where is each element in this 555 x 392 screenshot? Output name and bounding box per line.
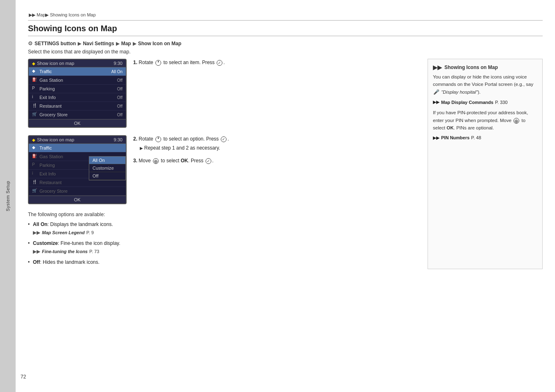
step-2-bullet: Repeat step 1 and 2 as necessary.: [140, 144, 419, 152]
press-icon-1: [217, 60, 222, 66]
nav-path: ⚙ SETTINGS button ▶ Navi Settings ▶ Map …: [28, 40, 543, 46]
exit-value: Off: [117, 95, 123, 100]
screen2-body: ◆ Traffic ⛽ Gas Station P Parking: [29, 144, 126, 196]
speak-icon: 🎤: [433, 88, 439, 96]
options-title: The following options are available:: [28, 212, 419, 217]
sidebar-label: System Setup: [5, 181, 10, 211]
screen-mockup-2: ◆ Show icon on map 9:30 ◆ Traffic ⛽ Gas …: [28, 135, 127, 204]
screen1-row-0: ◆ Traffic All On: [29, 67, 126, 76]
screen1-row-5: 🛒 Grocery Store Off: [29, 111, 126, 119]
nav-navi-settings: Navi Settings: [83, 41, 114, 46]
grocery-value: Off: [117, 113, 123, 117]
traffic-icon: ◆: [32, 69, 38, 74]
popup-customize: Customize: [89, 164, 125, 172]
page-title: Showing Icons on Map: [28, 24, 543, 36]
screen1-ok: OK: [29, 119, 126, 127]
note-header: ▶▶ Showing Icons on Map: [433, 64, 537, 71]
breadcrumb-text: ▶▶ Map▶ Showing Icons on Map: [29, 12, 96, 17]
s2-gas-icon: ⛽: [32, 154, 38, 159]
s2-grocery-label: Grocery Store: [39, 189, 123, 194]
step-3: 3. Move to select OK. Press .: [133, 157, 419, 165]
screen2-time: 9:30: [114, 137, 123, 142]
settings-icon: ⚙: [28, 40, 33, 46]
screen-row-2: ◆ Show icon on map 9:30 ◆ Traffic ⛽ Gas …: [28, 135, 419, 204]
step-1-number: 1.: [133, 60, 137, 65]
s2-traffic-icon: ◆: [32, 145, 38, 151]
restaurant-value: Off: [117, 104, 123, 108]
s2-parking-icon: P: [32, 162, 38, 168]
steps-1: 1. Rotate to select an item. Press .: [133, 59, 419, 71]
note-box: ▶▶ Showing Icons on Map You can display …: [433, 64, 537, 141]
screen1-row-3: i Exit Info Off: [29, 93, 126, 102]
star-icon: ◆: [32, 61, 35, 66]
screen1-time: 9:30: [114, 61, 123, 66]
popup-all-on: All On: [89, 157, 125, 164]
cross-ref-all-on: ▶▶ Map Screen Legend P. 9: [33, 229, 419, 236]
nav-map: Map: [121, 41, 131, 46]
page-number: 72: [21, 374, 26, 380]
s2-restaurant-icon: 🍴: [32, 180, 38, 185]
screen-header-2: ◆ Show icon on map 9:30: [29, 136, 126, 144]
screen1-row-4: 🍴 Restaurant Off: [29, 102, 126, 111]
note-text-1: You can display or hide the icons using …: [433, 73, 537, 96]
exit-label: Exit Info: [39, 95, 117, 100]
content-layout: ◆ Show icon on map 9:30 ◆ Traffic All On…: [28, 59, 543, 269]
ref1-text: Map Display Commands: [441, 100, 493, 105]
options-section: The following options are available: All…: [28, 212, 419, 266]
screen1-title: Show icon on map: [37, 61, 74, 66]
press-icon-2: [221, 136, 227, 142]
s2-traffic-label: Traffic: [39, 145, 123, 150]
note-ref-2: ▶▶ PIN Numbers P. 48: [433, 135, 537, 141]
note-text-2: If you have PIN-protected your address b…: [433, 109, 537, 131]
s2-exit-icon: i: [32, 171, 38, 177]
option-customize: Customize: Fine-tunes the icon display. …: [28, 240, 419, 255]
screen-header-1: ◆ Show icon on map 9:30: [29, 60, 126, 67]
screen2-row-2: P Parking All On Customize Off: [29, 161, 126, 170]
breadcrumb: ▶▶ Map▶ Showing Icons on Map: [28, 12, 543, 21]
description: Select the icons that are displayed on t…: [28, 49, 543, 55]
gas-icon: ⛽: [32, 77, 38, 83]
ref-fine-tuning[interactable]: Fine-tuning the Icons: [42, 248, 88, 255]
exit-icon: i: [32, 95, 38, 100]
grocery-label: Grocery Store: [39, 112, 117, 117]
popup-off: Off: [89, 172, 125, 180]
ref-map-screen-legend[interactable]: Map Screen Legend: [42, 229, 85, 236]
gas-label: Gas Station: [39, 78, 117, 83]
nav-show-icon: Show Icon on Map: [138, 41, 181, 46]
screen-row-1: ◆ Show icon on map 9:30 ◆ Traffic All On…: [28, 59, 419, 128]
screen2-row-5: 🛒 Grocery Store: [29, 187, 126, 196]
s2-grocery-icon: 🛒: [32, 188, 38, 194]
right-panel: ▶▶ Showing Icons on Map You can display …: [428, 59, 543, 269]
ref2-icon: ▶▶: [433, 135, 439, 141]
sidebar: System Setup: [0, 0, 16, 392]
ref1-page: P. 330: [495, 100, 507, 105]
press-icon-3: [206, 158, 211, 164]
parking-value: Off: [117, 87, 123, 91]
left-panel: ◆ Show icon on map 9:30 ◆ Traffic All On…: [28, 59, 419, 269]
screen1-row-1: ⛽ Gas Station Off: [29, 76, 126, 85]
gas-value: Off: [117, 78, 123, 83]
note-icon: ▶▶: [433, 64, 442, 71]
steps-2-3: 2. Rotate to select an option. Press . R…: [133, 135, 419, 170]
move-icon-right: [513, 118, 519, 124]
note-title: Showing Icons on Map: [444, 65, 498, 70]
popup-overlay: All On Customize Off: [89, 156, 126, 180]
step-2: 2. Rotate to select an option. Press . R…: [133, 135, 419, 152]
restaurant-label: Restaurant: [39, 104, 117, 108]
step-1: 1. Rotate to select an item. Press .: [133, 59, 419, 67]
knob-icon-2: [155, 136, 161, 142]
screen2-row-0: ◆ Traffic: [29, 144, 126, 152]
nav-settings-button: SETTINGS button: [35, 41, 76, 46]
step-3-number: 3.: [133, 158, 137, 164]
cross-ref-customize: ▶▶ Fine-tuning the Icons P. 73: [33, 248, 419, 255]
screen-mockup-1: ◆ Show icon on map 9:30 ◆ Traffic All On…: [28, 59, 127, 128]
option-all-on: All On: Displays the landmark icons. ▶▶ …: [28, 221, 419, 236]
move-icon: [153, 158, 159, 164]
parking-label: Parking: [39, 86, 117, 91]
ref2-text: PIN Numbers: [441, 135, 469, 140]
parking-icon: P: [32, 86, 38, 92]
screen2-title: Show icon on map: [37, 137, 74, 142]
restaurant-icon: 🍴: [32, 103, 38, 109]
ref2-page: P. 48: [471, 135, 481, 140]
option-off: Off: Hides the landmark icons.: [28, 258, 419, 266]
